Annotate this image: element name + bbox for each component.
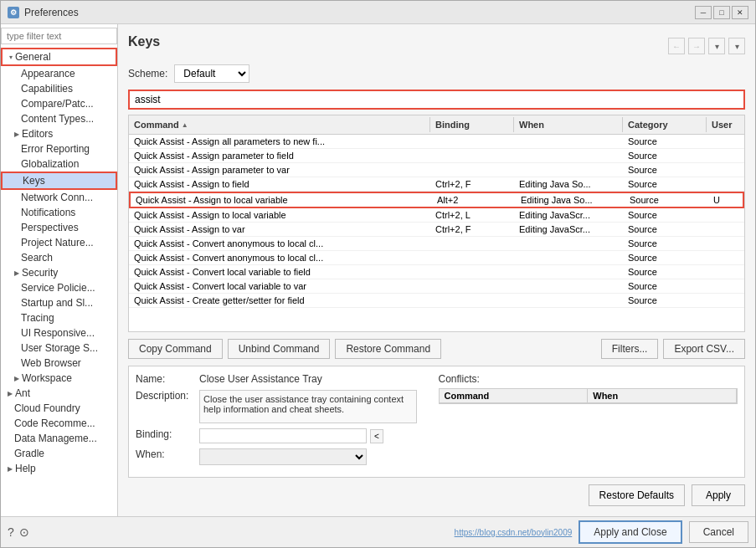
table-row[interactable]: Quick Assist - Assign to var Ctrl+2, F E… bbox=[129, 223, 744, 237]
when-select[interactable] bbox=[199, 448, 367, 465]
app-icon: ⚙ bbox=[8, 7, 19, 18]
table-row[interactable]: Quick Assist - Convert local variable to… bbox=[129, 265, 744, 279]
table-row[interactable]: Quick Assist - Assign all parameters to … bbox=[129, 135, 744, 149]
command-search-input[interactable] bbox=[128, 90, 745, 110]
table-row[interactable]: Quick Assist - Assign parameter to field… bbox=[129, 149, 744, 163]
sidebar-item-user-storage[interactable]: User Storage S... bbox=[1, 341, 117, 356]
sidebar-item-cloud-foundry[interactable]: Cloud Foundry bbox=[1, 401, 117, 416]
sidebar-item-compare-patch[interactable]: Compare/Patc... bbox=[1, 96, 117, 111]
apply-and-close-button[interactable]: Apply and Close bbox=[579, 520, 681, 544]
copy-command-button[interactable]: Copy Command bbox=[128, 339, 223, 359]
cell-category: Source bbox=[623, 265, 707, 279]
cell-binding: Ctrl+2, F bbox=[430, 177, 514, 191]
sidebar-item-notifications[interactable]: Notifications bbox=[1, 205, 117, 220]
detail-left: Name: Close User Assistance Tray Descrip… bbox=[136, 373, 435, 470]
cell-category: Source bbox=[623, 294, 707, 307]
sidebar-item-tracing[interactable]: Tracing bbox=[1, 310, 117, 325]
sidebar-item-project-nature[interactable]: Project Nature... bbox=[1, 235, 117, 250]
when-row: When: bbox=[136, 448, 435, 465]
sidebar-item-security[interactable]: ▶ Security bbox=[1, 265, 117, 280]
sidebar-item-help[interactable]: ▶ Help bbox=[1, 461, 117, 476]
sidebar-item-web-browser[interactable]: Web Browser bbox=[1, 356, 117, 371]
cell-when bbox=[514, 163, 623, 177]
table-row[interactable]: Quick Assist - Convert anonymous to loca… bbox=[129, 251, 744, 265]
sidebar-item-label: Notifications bbox=[21, 207, 75, 218]
table-row[interactable]: Quick Assist - Convert anonymous to loca… bbox=[129, 237, 744, 251]
chevron-right-icon: ▶ bbox=[14, 269, 19, 277]
cell-category: Source bbox=[623, 208, 707, 222]
cell-category: Source bbox=[623, 251, 707, 264]
more-button[interactable]: ▾ bbox=[728, 38, 745, 54]
cell-command: Quick Assist - Convert anonymous to loca… bbox=[129, 237, 430, 250]
back-button[interactable]: ← bbox=[668, 38, 685, 54]
table-row[interactable]: Quick Assist - Create getter/setter for … bbox=[129, 294, 744, 308]
cell-binding bbox=[430, 279, 514, 293]
cancel-button[interactable]: Cancel bbox=[689, 521, 748, 543]
table-row[interactable]: Quick Assist - Convert local variable to… bbox=[129, 279, 744, 294]
unbind-command-button[interactable]: Unbind Command bbox=[228, 339, 331, 359]
sidebar-item-workspace[interactable]: ▶ Workspace bbox=[1, 371, 117, 386]
sidebar-item-label: Code Recomme... bbox=[14, 417, 95, 429]
sidebar-item-label: Service Policie... bbox=[21, 282, 95, 294]
filters-button[interactable]: Filters... bbox=[601, 339, 659, 359]
sidebar-item-general[interactable]: ▾ General bbox=[1, 48, 117, 66]
cell-command: Quick Assist - Assign parameter to field bbox=[129, 149, 430, 162]
sidebar-item-ant[interactable]: ▶ Ant bbox=[1, 386, 117, 401]
sidebar-item-label: General bbox=[15, 51, 51, 63]
description-value: Close the user assistance tray containin… bbox=[199, 390, 417, 423]
sidebar-item-label: Compare/Patc... bbox=[21, 98, 94, 110]
binding-input[interactable] bbox=[199, 428, 367, 443]
table-row[interactable]: Quick Assist - Assign parameter to var S… bbox=[129, 163, 744, 177]
sidebar-item-perspectives[interactable]: Perspectives bbox=[1, 220, 117, 235]
sidebar-item-label: Ant bbox=[15, 387, 30, 399]
cell-category: Source bbox=[623, 163, 707, 177]
forward-button[interactable]: → bbox=[688, 38, 705, 54]
help-icon[interactable]: ? bbox=[8, 525, 14, 539]
maximize-button[interactable]: □ bbox=[713, 6, 730, 19]
apply-button[interactable]: Apply bbox=[692, 484, 745, 506]
binding-picker-button[interactable]: < bbox=[370, 429, 383, 443]
menu-button[interactable]: ▾ bbox=[708, 38, 725, 54]
header-when: When bbox=[514, 117, 623, 132]
sidebar-item-globalization[interactable]: Globalization bbox=[1, 156, 117, 172]
sidebar-item-label: Error Reporting bbox=[21, 143, 90, 155]
sidebar-item-capabilities[interactable]: Capabilities bbox=[1, 81, 117, 96]
table-header: Command ▲ Binding When Category User bbox=[129, 115, 744, 135]
sidebar-item-appearance[interactable]: Appearance bbox=[1, 66, 117, 81]
restore-command-button[interactable]: Restore Command bbox=[335, 339, 441, 359]
sidebar-item-error-reporting[interactable]: Error Reporting bbox=[1, 141, 117, 156]
sidebar-item-keys[interactable]: Keys bbox=[1, 172, 117, 190]
conflicts-header-when: When bbox=[588, 389, 737, 402]
sidebar-item-label: Workspace bbox=[22, 372, 72, 384]
table-row[interactable]: Quick Assist - Assign to field Ctrl+2, F… bbox=[129, 177, 744, 192]
cell-binding bbox=[430, 294, 514, 307]
cell-user: U bbox=[708, 193, 744, 207]
scheme-select[interactable]: Default Emacs Custom bbox=[174, 64, 249, 83]
chevron-right-icon: ▶ bbox=[14, 375, 19, 382]
sidebar-item-service-policies[interactable]: Service Policie... bbox=[1, 280, 117, 295]
cell-category: Source bbox=[623, 135, 707, 148]
sidebar-item-data-manageme[interactable]: Data Manageme... bbox=[1, 431, 117, 446]
table-row-selected[interactable]: Quick Assist - Assign to local variable … bbox=[129, 192, 744, 208]
minimize-button[interactable]: ─ bbox=[695, 6, 712, 19]
cell-user bbox=[707, 223, 744, 236]
restore-defaults-button[interactable]: Restore Defaults bbox=[589, 484, 685, 506]
cell-when: Editing JavaScr... bbox=[514, 208, 623, 222]
sidebar-item-code-recomme[interactable]: Code Recomme... bbox=[1, 416, 117, 431]
sidebar-item-gradle[interactable]: Gradle bbox=[1, 446, 117, 461]
sidebar-item-network-conn[interactable]: Network Conn... bbox=[1, 190, 117, 205]
cell-command: Quick Assist - Convert local variable to… bbox=[129, 279, 430, 293]
info-icon[interactable]: ⊙ bbox=[19, 525, 29, 539]
export-csv-button[interactable]: Export CSV... bbox=[663, 339, 745, 359]
action-buttons-row: Copy Command Unbind Command Restore Comm… bbox=[128, 339, 745, 359]
sidebar-item-editors[interactable]: ▶ Editors bbox=[1, 126, 117, 141]
sidebar-item-startup[interactable]: Startup and Sl... bbox=[1, 295, 117, 310]
close-button[interactable]: ✕ bbox=[732, 6, 748, 19]
cell-when bbox=[514, 149, 623, 162]
filter-input[interactable] bbox=[1, 28, 117, 44]
table-row[interactable]: Quick Assist - Assign to local variable … bbox=[129, 208, 744, 223]
sidebar-item-content-types[interactable]: Content Types... bbox=[1, 111, 117, 126]
footer-link[interactable]: https://blog.csdn.net/boylin2009 bbox=[455, 528, 573, 537]
sidebar-item-search[interactable]: Search bbox=[1, 250, 117, 265]
sidebar-item-ui-responsive[interactable]: UI Responsive... bbox=[1, 325, 117, 341]
